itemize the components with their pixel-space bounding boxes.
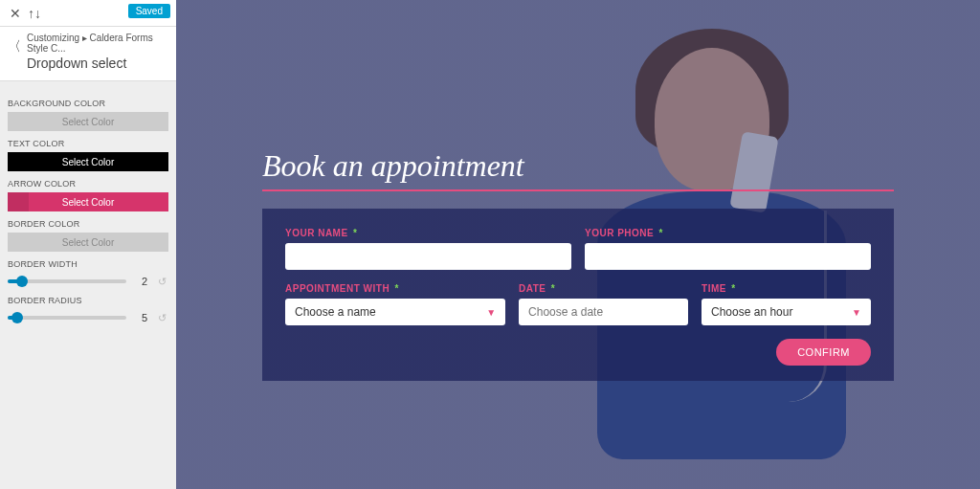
border-radius-reset-icon[interactable]: ↺: [155, 311, 168, 324]
appointment-with-label: APPOINTMENT WITH *: [285, 283, 505, 294]
date-input[interactable]: [519, 299, 688, 325]
border-width-value: 2: [134, 276, 147, 287]
time-value: Choose an hour: [711, 305, 792, 319]
close-icon[interactable]: ✕: [6, 4, 25, 23]
field-appointment-with: APPOINTMENT WITH * Choose a name ▼: [285, 283, 505, 325]
border-width-reset-icon[interactable]: ↺: [155, 275, 168, 288]
date-label: DATE *: [519, 283, 688, 294]
border-radius-slider[interactable]: [8, 316, 126, 320]
form-content: Book an appointment YOUR NAME * YOUR PHO…: [262, 148, 894, 381]
appointment-with-value: Choose a name: [295, 305, 376, 319]
back-chevron-icon[interactable]: 〈: [8, 38, 21, 56]
breadcrumb-prefix: Customizing ▸: [27, 33, 87, 43]
time-select[interactable]: Choose an hour ▼: [702, 299, 871, 325]
preview-pane: Book an appointment YOUR NAME * YOUR PHO…: [176, 0, 980, 489]
border-width-label: BORDER WIDTH: [8, 259, 168, 269]
border-width-row: 2 ↺: [8, 275, 168, 288]
bg-color-label: BACKGROUND COLOR: [8, 99, 168, 108]
border-width-slider[interactable]: [8, 279, 126, 283]
saved-badge: Saved: [128, 4, 170, 18]
text-color-button[interactable]: Select Color: [8, 152, 168, 171]
arrow-color-label: ARROW COLOR: [8, 179, 168, 189]
arrow-color-button[interactable]: Select Color: [8, 192, 168, 211]
chevron-down-icon: ▼: [852, 307, 861, 318]
your-name-input[interactable]: [285, 243, 571, 270]
customizer-topbar: ✕ ↑↓ Saved: [0, 0, 176, 27]
heading-rule: [262, 189, 894, 191]
appointment-with-select[interactable]: Choose a name ▼: [285, 299, 505, 325]
chevron-down-icon: ▼: [486, 307, 496, 318]
your-name-label: YOUR NAME *: [285, 228, 571, 238]
border-radius-value: 5: [134, 312, 147, 323]
field-time: TIME * Choose an hour ▼: [702, 283, 871, 325]
form-panel: YOUR NAME * YOUR PHONE * APPOINTMENT WIT…: [262, 209, 894, 381]
border-radius-label: BORDER RADIUS: [8, 296, 168, 305]
border-radius-row: 5 ↺: [8, 311, 168, 324]
customizer-sidebar: ✕ ↑↓ Saved 〈 Customizing ▸ Caldera Forms…: [0, 0, 176, 489]
controls-panel: BACKGROUND COLOR Select Color TEXT COLOR…: [0, 81, 176, 334]
field-date: DATE *: [519, 283, 688, 325]
section-title: Dropdown select: [0, 56, 176, 81]
your-phone-label: YOUR PHONE *: [585, 228, 871, 238]
field-your-name: YOUR NAME *: [285, 228, 571, 270]
your-phone-input[interactable]: [585, 243, 871, 270]
breadcrumb: 〈 Customizing ▸ Caldera Forms Style C...: [0, 27, 176, 56]
border-color-label: BORDER COLOR: [8, 219, 168, 229]
page-heading: Book an appointment: [262, 148, 894, 184]
reorder-icon[interactable]: ↑↓: [25, 4, 44, 23]
border-color-button[interactable]: Select Color: [8, 233, 168, 252]
confirm-button[interactable]: CONFIRM: [776, 339, 871, 366]
text-color-label: TEXT COLOR: [8, 139, 168, 148]
time-label: TIME *: [702, 283, 871, 294]
field-your-phone: YOUR PHONE *: [585, 228, 871, 270]
bg-color-button[interactable]: Select Color: [8, 112, 168, 131]
